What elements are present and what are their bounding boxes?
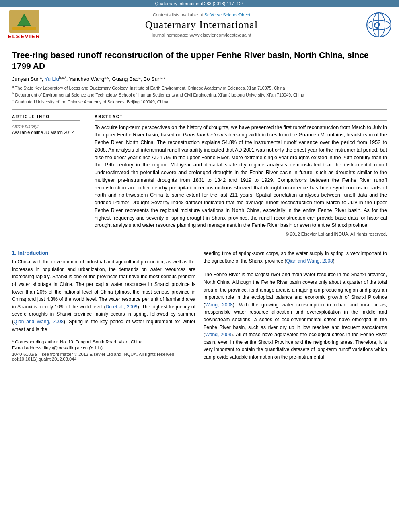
globe-icon: Q bbox=[365, 11, 393, 39]
copyright-line: © 2012 Elsevier Ltd and INQUA. All right… bbox=[95, 232, 387, 236]
intro-right-text-1: seeding time of spring-sown corps, so th… bbox=[204, 250, 387, 265]
affiliation-c: c Graduated University of the Chinese Ac… bbox=[12, 98, 387, 105]
section-1-heading: 1. Introduction bbox=[12, 250, 195, 256]
elsevier-wordmark: ELSEVIER bbox=[6, 10, 42, 39]
issn-line: 1040-6182/$ – see front matter © 2012 El… bbox=[12, 352, 195, 357]
svg-rect-5 bbox=[12, 27, 36, 30]
author-2[interactable]: Yu Liu bbox=[45, 76, 59, 82]
history-label: Article history: bbox=[12, 124, 80, 129]
author-5: Bo Sun bbox=[144, 76, 161, 82]
journal-citation: Quaternary International 283 (2013) 117–… bbox=[155, 1, 244, 6]
main-content: Tree-ring based runoff reconstruction of… bbox=[0, 43, 399, 370]
intro-right-text-2: The Fenhe River is the largest river and… bbox=[204, 271, 387, 361]
doi-section: 1040-6182/$ – see front matter © 2012 El… bbox=[12, 352, 195, 362]
elsevier-logo-area: ELSEVIER bbox=[6, 10, 42, 39]
intro-left-text: In China, with the development of indust… bbox=[12, 258, 195, 333]
body-content: 1. Introduction In China, with the devel… bbox=[12, 244, 387, 362]
author-4: Guang Bao bbox=[112, 76, 139, 82]
journal-title: Quaternary International bbox=[42, 19, 361, 31]
article-info-col: ARTICLE INFO Article history: Available … bbox=[12, 115, 86, 237]
journal-logo-right: Q bbox=[361, 11, 393, 39]
footnote-section: * Corresponding author. No. 10, Fenghui … bbox=[12, 337, 195, 350]
available-online: Available online 30 March 2012 bbox=[12, 130, 80, 135]
svg-text:Q: Q bbox=[374, 20, 380, 30]
article-title-section: Tree-ring based runoff reconstruction of… bbox=[12, 49, 387, 110]
abstract-col: ABSTRACT To acquire long-term perspectiv… bbox=[95, 115, 387, 237]
article-title: Tree-ring based runoff reconstruction of… bbox=[12, 49, 387, 72]
sciverse-link[interactable]: SciVerse ScienceDirect bbox=[204, 12, 250, 17]
journal-header: ELSEVIER Contents lists available at Sci… bbox=[0, 7, 399, 43]
elsevier-tree-icon bbox=[9, 10, 39, 33]
contents-line: Contents lists available at SciVerse Sci… bbox=[42, 12, 361, 17]
footnote-email: E-mail address: liuyu@loess.llkg.ac.cn (… bbox=[12, 345, 195, 350]
author-1: Junyan Suna bbox=[12, 76, 42, 82]
journal-citation-bar: Quaternary International 283 (2013) 117–… bbox=[0, 0, 399, 7]
body-left-col: 1. Introduction In China, with the devel… bbox=[12, 250, 195, 362]
journal-homepage: journal homepage: www.elsevier.com/locat… bbox=[42, 33, 361, 37]
affiliation-b: b Department of Environmental Science an… bbox=[12, 91, 387, 98]
abstract-text: To acquire long-term perspectives on the… bbox=[95, 124, 387, 230]
article-info-abstract: ARTICLE INFO Article history: Available … bbox=[12, 115, 387, 237]
abstract-label: ABSTRACT bbox=[95, 115, 387, 121]
author-3: Yanchao Wang bbox=[69, 76, 104, 82]
affiliation-a: a The State Key Laboratory of Loess and … bbox=[12, 84, 387, 91]
body-right-col: seeding time of spring-sown corps, so th… bbox=[204, 250, 387, 362]
affiliations: a The State Key Laboratory of Loess and … bbox=[12, 84, 387, 105]
elsevier-text: ELSEVIER bbox=[8, 33, 40, 39]
footnote-corresponding: * Corresponding author. No. 10, Fenghui … bbox=[12, 339, 195, 344]
doi-line: doi:10.1016/j.quaint.2012.03.044 bbox=[12, 357, 195, 362]
journal-center: Contents lists available at SciVerse Sci… bbox=[42, 12, 361, 37]
authors-line: Junyan Suna, Yu Liub,c,*, Yanchao Wanga,… bbox=[12, 76, 387, 82]
article-info-label: ARTICLE INFO bbox=[12, 115, 80, 121]
